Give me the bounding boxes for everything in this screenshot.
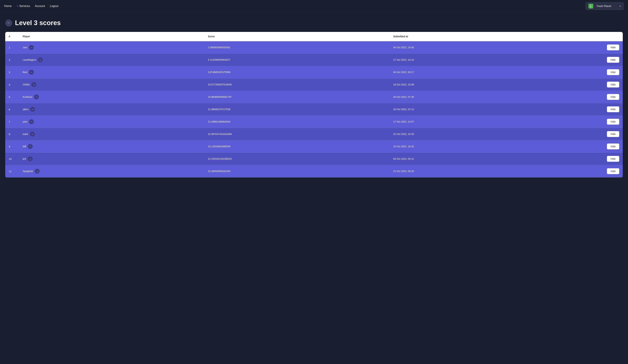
player-name: Korbinus [23,96,32,98]
player-link-icon[interactable]: → [29,45,34,50]
hide-button[interactable]: Hide [607,69,619,75]
player-cell: LavaMagmo → [19,54,204,66]
score-cell: 2.085900068283081 [204,41,390,54]
nav-home[interactable]: Home [4,4,12,8]
player-cell: Spaghetti → [19,165,204,178]
action-cell: Hide [544,116,623,128]
score-cell: 21.90891456604004 [204,116,390,128]
player-link-icon[interactable]: → [30,132,35,136]
hide-button[interactable]: Hide [607,168,619,174]
player-cell: Jam → [19,41,204,54]
player-name: jed [23,157,26,160]
player-name: tudor [23,133,28,135]
col-actions [544,32,623,41]
player-link-icon[interactable]: → [35,169,40,174]
player-link-icon[interactable]: → [34,95,39,99]
player-name: OOBA [23,83,30,86]
action-cell: Hide [544,41,623,54]
hide-button[interactable]: Hide [607,82,619,87]
player-name: Jam [23,46,27,49]
hide-button[interactable]: Hide [607,94,619,100]
workspace-chevron-icon: ▾ [620,5,621,7]
workspace-selector[interactable]: L Trash Planet ▾ [585,2,624,10]
table-row: 10 jed → 22.229162216186523 04 Oct 2022,… [5,153,623,165]
workspace-name: Trash Planet [596,4,618,7]
hide-button[interactable]: Hide [607,143,619,149]
rank-cell: 1 [5,41,19,54]
workspace-icon: L [588,4,593,8]
score-cell: 10.077296257019045 [204,78,390,91]
submitted-at-cell: 20 Oct 2022, 07:26 [390,91,544,103]
score-cell: 21.88089370727539 [204,103,390,116]
rank-cell: 2 [5,54,19,66]
player-cell: tudor → [19,128,204,140]
col-score: Score [204,32,390,41]
page-title: Level 3 scores [15,19,61,27]
hide-button[interactable]: Hide [607,119,619,125]
submitted-at-cell: 20 Oct 2022, 07:12 [390,103,544,116]
submitted-at-cell: 22 Oct 2022, 10:33 [390,128,544,140]
action-cell: Hide [544,140,623,153]
player-cell: OOBA → [19,78,204,91]
player-cell: jed → [19,153,204,165]
table-row: 6 zjikra → 21.88089370727539 20 Oct 2022… [5,103,623,116]
table-row: 2 LavaMagmo → 5.123496055603027 17 Oct 2… [5,54,623,66]
hide-button[interactable]: Hide [607,106,619,112]
rank-cell: 7 [5,116,19,128]
player-link-icon[interactable]: → [28,156,33,161]
rank-cell: 9 [5,140,19,153]
action-cell: Hide [544,128,623,140]
hide-button[interactable]: Hide [607,156,619,162]
nav-logout[interactable]: Logout [50,4,58,8]
player-link-icon[interactable]: → [38,57,43,62]
player-link-icon[interactable]: → [31,82,36,87]
score-cell: 5.123496055603027 [204,54,390,66]
player-name: LavaMagmo [23,59,36,61]
services-dropdown-icon: ▼ [16,5,19,7]
rank-cell: 6 [5,103,19,116]
table-row: 7 yeet → 21.90891456604004 17 Oct 2022, … [5,116,623,128]
table-row: 8 tudor → 21.997047424316406 22 Oct 2022… [5,128,623,140]
player-link-icon[interactable]: → [28,144,33,149]
score-cell: 5.874685287475586 [204,66,390,78]
table-row: 4 OOBA → 10.077296257019045 18 Oct 2022,… [5,78,623,91]
back-button[interactable]: ← [5,19,12,26]
player-name: Spaghetti [23,170,33,173]
action-cell: Hide [544,54,623,66]
nav-services[interactable]: ▼ Services [16,4,30,8]
player-name: faff [23,145,26,148]
table-row: 11 Spaghetti → 22.48093605041504 21 Oct … [5,165,623,178]
score-cell: 10.883800506591797 [204,91,390,103]
submitted-at-cell: 17 Oct 2022, 14:57 [390,116,544,128]
hide-button[interactable]: Hide [607,131,619,137]
action-cell: Hide [544,91,623,103]
col-rank: # [5,32,19,41]
navbar-right: L Trash Planet ▾ [585,2,624,10]
player-link-icon[interactable]: → [29,119,34,124]
table-row: 9 faff → 22.12910842895508 15 Oct 2022, … [5,140,623,153]
player-link-icon[interactable]: → [29,70,34,75]
rank-cell: 11 [5,165,19,178]
nav-account[interactable]: Account [35,4,45,8]
table-header-row: # Player Score Submitted at [5,32,623,41]
submitted-at-cell: 17 Oct 2022, 14:10 [390,54,544,66]
hide-button[interactable]: Hide [607,57,619,63]
player-cell: Red → [19,66,204,78]
player-name: yeet [23,120,27,123]
scores-table: # Player Score Submitted at 1 Jam → 2.08… [5,32,623,178]
player-link-icon[interactable]: → [30,107,35,112]
score-cell: 22.48093605041504 [204,165,390,178]
score-cell: 22.12910842895508 [204,140,390,153]
player-cell: yeet → [19,116,204,128]
submitted-at-cell: 21 Oct 2022, 09:20 [390,165,544,178]
navbar-left: Home ▼ Services Account Logout [4,4,58,8]
navbar: Home ▼ Services Account Logout L Trash P… [0,0,628,12]
submitted-at-cell: 04 Oct 2022, 14:40 [390,41,544,54]
action-cell: Hide [544,165,623,178]
submitted-at-cell: 04 Oct 2022, 00:17 [390,66,544,78]
hide-button[interactable]: Hide [607,45,619,50]
player-cell: zjikra → [19,103,204,116]
col-submitted-at: Submitted at [390,32,544,41]
score-cell: 21.997047424316406 [204,128,390,140]
action-cell: Hide [544,103,623,116]
